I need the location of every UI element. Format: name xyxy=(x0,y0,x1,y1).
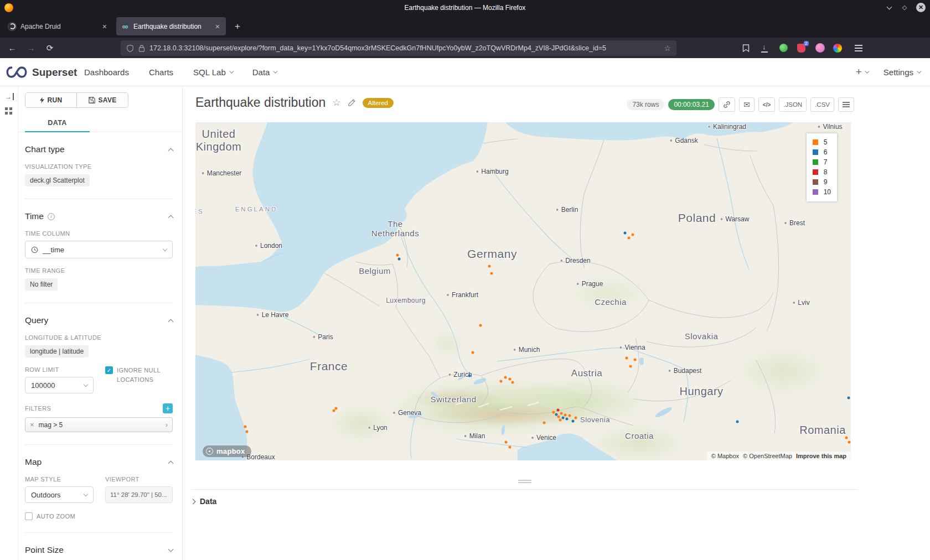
bolt-icon xyxy=(40,97,44,103)
expand-panel-icon[interactable]: → xyxy=(5,93,13,100)
auto-zoom-label: AUTO ZOOM xyxy=(37,513,75,520)
auto-zoom-checkbox[interactable] xyxy=(25,512,33,520)
map-style-select[interactable]: Outdoors xyxy=(25,486,94,503)
chevron-right-icon: › xyxy=(166,421,168,429)
section-header-chart-type[interactable]: Chart type xyxy=(25,144,173,154)
scatter-point xyxy=(848,397,850,400)
data-panel-header[interactable]: Data xyxy=(191,489,858,506)
superset-logo[interactable]: Superset xyxy=(6,66,77,79)
info-icon: i xyxy=(48,213,55,220)
export-csv-button[interactable]: .CSV xyxy=(810,97,834,112)
section-map: Map MAP STYLE Outdoors VIEWPORT 11° 28' … xyxy=(25,445,173,533)
time-column-select[interactable]: __time xyxy=(25,241,173,258)
nav-charts[interactable]: Charts xyxy=(149,68,173,77)
url-text[interactable]: 172.18.0.3:32108/superset/explore/?form_… xyxy=(149,44,659,52)
profile-avatar[interactable] xyxy=(813,41,827,55)
ignore-null-label: IGNORE NULL LOCATIONS xyxy=(117,366,164,385)
section-header-point-size[interactable]: Point Size xyxy=(25,545,173,555)
dataset-grid-icon[interactable] xyxy=(5,107,8,110)
attribution-osm[interactable]: © OpenStreetMap xyxy=(743,453,792,459)
window-maximize-icon[interactable]: ◇ xyxy=(901,4,908,12)
email-button[interactable]: ✉ xyxy=(739,97,755,112)
filter-item[interactable]: × mag > 5 › xyxy=(25,417,173,432)
adblock-extension-icon[interactable]: 2 xyxy=(794,41,808,55)
resize-handle[interactable] xyxy=(518,479,531,484)
bookmark-star-icon[interactable]: ☆ xyxy=(664,44,671,53)
filter-text[interactable]: mag > 5 xyxy=(39,421,161,429)
browser-tab[interactable]: ∞Earthquake distribution× xyxy=(116,17,226,35)
mail-icon: ✉ xyxy=(743,100,750,109)
browser-tab[interactable]: Apache Druid× xyxy=(3,17,113,35)
control-panel: RUN SAVE DATA Chart type VISUALIZATION T… xyxy=(18,86,183,560)
add-new-button[interactable]: + xyxy=(856,66,868,78)
edit-properties-icon[interactable] xyxy=(348,98,356,107)
scatter-point xyxy=(509,446,512,449)
menu-hamburger-icon[interactable] xyxy=(851,41,866,55)
row-limit-select[interactable]: 100000 xyxy=(25,377,94,393)
attribution-mapbox[interactable]: © Mapbox xyxy=(711,453,739,459)
clock-icon xyxy=(31,246,38,253)
extension-green-icon[interactable] xyxy=(776,41,790,55)
settings-menu[interactable]: Settings xyxy=(884,68,920,77)
chevron-down-icon xyxy=(84,382,88,386)
url-bar[interactable]: 172.18.0.3:32108/superset/explore/?form_… xyxy=(121,40,676,56)
section-time: Timei TIME COLUMN __time TIME RANGE No f… xyxy=(25,199,173,303)
mapbox-logo-icon xyxy=(206,448,213,455)
druid-favicon xyxy=(8,22,17,31)
viz-type-value[interactable]: deck.gl Scatterplot xyxy=(25,174,90,186)
scatter-point xyxy=(244,426,247,428)
new-tab-button[interactable]: + xyxy=(230,19,245,34)
tab-title: Apache Druid xyxy=(20,23,97,30)
remove-filter-icon[interactable]: × xyxy=(30,421,34,429)
extension-badge: 2 xyxy=(804,41,808,46)
run-button[interactable]: RUN xyxy=(25,93,76,107)
superset-favicon: ∞ xyxy=(121,22,130,31)
map-base-layer xyxy=(195,122,851,460)
row-limit-label: ROW LIMIT xyxy=(25,366,94,373)
legend-swatch xyxy=(813,159,818,165)
favorite-star-icon[interactable]: ☆ xyxy=(332,97,340,108)
section-header-map[interactable]: Map xyxy=(25,457,173,467)
mapbox-logo[interactable]: mapbox xyxy=(203,445,251,457)
chevron-down-icon xyxy=(84,491,88,496)
window-close-icon[interactable]: ✕ xyxy=(916,3,926,12)
data-panel-label: Data xyxy=(200,497,216,506)
back-button[interactable]: ← xyxy=(4,40,20,55)
scatter-point xyxy=(398,258,401,261)
nav-sql-lab[interactable]: SQL Lab xyxy=(193,68,232,77)
nav-data[interactable]: Data xyxy=(252,68,277,77)
row-count-badge: 73k rows xyxy=(627,99,664,110)
section-header-query[interactable]: Query xyxy=(25,315,173,325)
downloads-icon[interactable] xyxy=(757,41,772,55)
embed-code-button[interactable]: </> xyxy=(758,97,775,112)
share-link-button[interactable] xyxy=(719,97,735,112)
lonlat-value[interactable]: longitude | latitude xyxy=(25,345,89,357)
tracking-shield-icon[interactable] xyxy=(126,44,134,53)
tab-close-button[interactable]: × xyxy=(101,22,108,31)
extension-pinwheel-icon[interactable] xyxy=(830,41,845,55)
viewport-value[interactable]: 11° 28' 29.70" | 50... xyxy=(105,486,173,503)
section-header-time[interactable]: Timei xyxy=(25,211,173,221)
scatter-point xyxy=(632,234,634,236)
viz-type-label: VISUALIZATION TYPE xyxy=(25,163,173,170)
reload-button[interactable]: ⟳ xyxy=(42,40,58,55)
time-range-value[interactable]: No filter xyxy=(25,278,58,291)
scatter-point xyxy=(552,411,555,414)
save-button[interactable]: SAVE xyxy=(76,93,128,107)
window-minimize-icon[interactable] xyxy=(885,4,893,12)
tab-data[interactable]: DATA xyxy=(25,113,90,132)
pocket-icon[interactable] xyxy=(738,41,753,55)
scatter-point xyxy=(628,237,631,240)
legend-label: 10 xyxy=(824,188,831,196)
connection-lock-icon[interactable] xyxy=(138,45,145,52)
chart-menu-button[interactable] xyxy=(838,97,854,112)
export-json-button[interactable]: .JSON xyxy=(779,97,807,112)
map-canvas[interactable]: United KingdomFranceGermanyPolandHungary… xyxy=(195,122,851,460)
add-filter-button[interactable]: + xyxy=(163,403,173,413)
tab-close-button[interactable]: × xyxy=(214,22,221,31)
ignore-null-checkbox[interactable]: ✓ xyxy=(105,366,113,374)
nav-dashboards[interactable]: Dashboards xyxy=(84,68,129,77)
improve-map-link[interactable]: Improve this map xyxy=(796,453,846,459)
scatter-point xyxy=(246,431,249,433)
forward-button[interactable]: → xyxy=(23,40,39,55)
